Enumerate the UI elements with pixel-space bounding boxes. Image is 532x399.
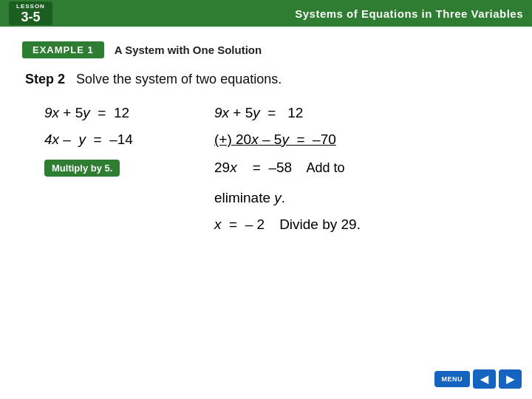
eq2-right: (+) 20x – 5y = –70 (214, 132, 336, 148)
example-title: A System with One Solution (115, 44, 262, 56)
result-equation: 29x = –58 Add to (214, 160, 344, 176)
back-button[interactable]: ◀ (473, 369, 496, 389)
x-result: x = – 2 (214, 216, 265, 233)
eliminate-note: eliminate y. (44, 190, 510, 206)
equation-row-1: 9x + 5y = 12 9x + 5y = 12 (44, 105, 510, 121)
eq2-left: 4x – y = –14 (44, 132, 214, 148)
menu-button[interactable]: MENU (434, 371, 471, 387)
step-text: Step 2 Solve the system of two equations… (22, 72, 510, 87)
multiply-badge-container: Multiply by 5. (44, 158, 214, 177)
main-content: EXAMPLE 1 A System with One Solution Ste… (0, 27, 532, 399)
lesson-number: 3-5 (21, 10, 40, 24)
x-result-row: x = – 2 Divide by 29. (44, 216, 510, 233)
top-bar: LESSON 3-5 Systems of Equations in Three… (0, 0, 532, 27)
nav-buttons: MENU ◀ ▶ (434, 369, 522, 389)
equation-row-2: 4x – y = –14 (+) 20x – 5y = –70 (44, 132, 510, 148)
back-arrow-icon: ◀ (480, 374, 488, 384)
example-banner: EXAMPLE 1 A System with One Solution (22, 41, 510, 58)
forward-button[interactable]: ▶ (499, 369, 522, 389)
result-note-1: Add to (306, 160, 344, 175)
equations-area: 9x + 5y = 12 9x + 5y = 12 4x – y = –14 (… (22, 105, 510, 233)
forward-arrow-icon: ▶ (506, 374, 514, 384)
step-description: Solve the system of two equations. (76, 72, 282, 86)
divide-note: Divide by 29. (279, 216, 361, 233)
equation-row-3: Multiply by 5. 29x = –58 Add to (44, 158, 510, 177)
step-number: Step 2 (25, 72, 65, 86)
example-label: EXAMPLE 1 (22, 41, 104, 58)
page-title: Systems of Equations in Three Variables (295, 7, 523, 20)
eq1-right: 9x + 5y = 12 (214, 105, 303, 121)
lesson-badge: LESSON 3-5 (9, 1, 52, 25)
eq1-left: 9x + 5y = 12 (44, 105, 214, 121)
multiply-badge: Multiply by 5. (44, 160, 120, 177)
